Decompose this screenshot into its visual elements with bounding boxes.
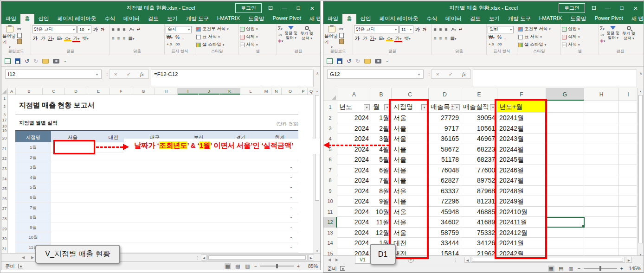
insert-function-icon[interactable]: fx [462, 71, 466, 77]
view-toggle-icon[interactable] [5, 58, 11, 64]
empty-cell[interactable] [619, 123, 637, 134]
empty-cell[interactable] [546, 144, 584, 155]
report-month-cell[interactable]: 2월 [15, 152, 51, 162]
fill-icon[interactable]: ↓▾ [600, 32, 605, 38]
paste-button[interactable]: 붙여넣기▾ [324, 25, 339, 49]
report-empty-cells[interactable] [51, 182, 261, 192]
report-empty-cells[interactable] [51, 203, 261, 212]
delete-cells-button[interactable]: 삭제▾ [240, 33, 276, 41]
zoom-level[interactable]: 145% [626, 266, 641, 271]
row-header[interactable]: 1 [1, 95, 7, 101]
ribbon-tab[interactable]: i-MATRIX [535, 14, 566, 24]
empty-cell[interactable] [619, 217, 637, 228]
wrap-text-icon[interactable]: ↵ [457, 26, 463, 32]
cell-year[interactable]: 2024 [337, 113, 371, 123]
report-row[interactable]: 4월 - [15, 172, 298, 183]
page-break-view-icon[interactable]: ▥ [244, 263, 251, 269]
cell-target[interactable]: 33444 [429, 238, 461, 248]
row-header[interactable]: 7 [323, 165, 337, 176]
column-header[interactable]: J [199, 88, 219, 95]
row-header[interactable]: 2 [323, 113, 337, 123]
clear-icon[interactable]: ◈▾ [600, 38, 605, 44]
formula-input[interactable] [473, 70, 637, 87]
phonetic-button[interactable]: 뱃▾ [403, 35, 412, 42]
empty-cell[interactable] [619, 154, 637, 165]
cell-actual[interactable]: 68223 [461, 144, 497, 155]
decrease-decimal-icon[interactable]: .00 [496, 42, 502, 47]
camera-icon[interactable] [53, 59, 59, 63]
paste-button[interactable]: 붙여넣기▾ [2, 25, 17, 49]
zoom-slider-thumb[interactable] [276, 264, 278, 268]
empty-cell[interactable] [619, 175, 637, 186]
italic-button[interactable]: 가 [361, 35, 368, 42]
accounting-format-icon[interactable]: ₩▾ [166, 34, 174, 40]
column-header[interactable]: G [132, 88, 155, 95]
font-name-select[interactable]: 맑은 고딕▾ [354, 25, 399, 33]
sheet-nav-left-icon[interactable]: ◀ [22, 255, 25, 260]
empty-cell[interactable] [619, 113, 637, 123]
sheet-canvas[interactable]: 지점별 매출 현황 보고서 지점별 월별 실적 (단위: 천원) 지점명서울대전… [8, 95, 313, 254]
row-header[interactable]: 23 [1, 164, 7, 174]
zoom-slider[interactable] [260, 266, 294, 267]
cell-target[interactable]: 76048 [429, 165, 461, 176]
row-header[interactable]: 14 [323, 238, 337, 248]
row-header[interactable]: 10 [323, 196, 337, 207]
report-empty-cells[interactable] [51, 162, 261, 172]
restore-icon[interactable]: □ [617, 5, 627, 11]
column-header[interactable]: C [43, 88, 65, 95]
cell-actual[interactable]: 41689 [461, 217, 497, 228]
orientation-icon[interactable]: ↗▾ [450, 26, 457, 32]
cell-actual[interactable]: 89752 [461, 175, 497, 186]
format-painter-icon[interactable] [17, 39, 22, 44]
table-row[interactable]: 2024 3월 서울 36165 46967 20243월 [337, 133, 637, 144]
column-header[interactable]: P [299, 88, 308, 95]
empty-cell[interactable] [584, 228, 619, 238]
close-icon[interactable]: × [631, 4, 641, 12]
cell-year[interactable]: 2024 [337, 207, 371, 217]
row-header[interactable]: 21 [1, 144, 7, 154]
grow-font-button[interactable]: 가 [414, 26, 421, 33]
sort-filter-button[interactable]: 정렬 및 필터 ▾ [605, 25, 621, 49]
cancel-icon[interactable]: × [114, 71, 117, 77]
redo-icon[interactable]: ↻ [33, 58, 38, 64]
insert-cells-button[interactable]: 삽입▾ [240, 25, 276, 33]
empty-cell[interactable] [619, 186, 637, 197]
report-row[interactable]: 3월 - [15, 162, 298, 172]
comma-icon[interactable]: , [181, 34, 185, 40]
report-total-cell[interactable]: - [261, 172, 298, 182]
normal-view-icon[interactable]: ▦ [225, 263, 231, 269]
ribbon-tab[interactable]: 홈 [20, 14, 34, 24]
number-format-select[interactable]: 숫자▾ [166, 26, 192, 33]
empty-cell[interactable] [619, 207, 637, 217]
column-header[interactable]: D [65, 88, 87, 95]
row-header[interactable]: 6 [323, 154, 337, 165]
ribbon-tab[interactable]: 페이지 레이아웃 [53, 14, 101, 24]
select-all-corner[interactable] [323, 88, 337, 101]
header-target[interactable]: 매출목표▾ [429, 101, 461, 113]
accounting-format-icon[interactable]: ₩▾ [488, 34, 496, 40]
table-row[interactable]: 2024 10월 서울 45948 46885 202410월 [337, 207, 637, 217]
undo-icon[interactable]: ↺ [25, 58, 29, 64]
comma-icon[interactable]: , [503, 34, 507, 40]
sheet-nav-right-icon[interactable]: ▶ [335, 258, 338, 262]
align-center-icon[interactable]: ≡ [116, 35, 121, 41]
report-month-cell[interactable]: 1월 [15, 142, 51, 152]
close-icon[interactable]: × [307, 4, 317, 12]
sort-filter-button[interactable]: 정렬 및 필터 ▾ [283, 25, 299, 49]
name-box-dropdown-icon[interactable]: ▾ [92, 70, 102, 79]
bold-button[interactable]: 가 [354, 35, 361, 42]
row-header[interactable]: 2 [1, 101, 7, 112]
empty-cell[interactable] [584, 101, 619, 113]
horizontal-scrollbar[interactable] [207, 254, 308, 260]
increase-decimal-icon[interactable]: +.0 [166, 42, 173, 47]
report-row[interactable]: 10월 - [15, 232, 298, 242]
report-month-cell[interactable]: 3월 [15, 162, 51, 172]
ribbon-tab[interactable]: 개발 도구 [504, 14, 535, 24]
report-row[interactable]: 9월 - [15, 222, 298, 233]
conditional-formatting-button[interactable]: 조건부 서식▾ [518, 25, 560, 33]
column-header[interactable]: O [282, 88, 299, 95]
table-row[interactable]: 2024 2월 서울 9717 10561 20242월 [337, 123, 637, 134]
cut-icon[interactable]: ✂ [339, 26, 344, 32]
report-total-cell[interactable]: - [261, 203, 298, 212]
column-header[interactable]: A [8, 88, 16, 95]
